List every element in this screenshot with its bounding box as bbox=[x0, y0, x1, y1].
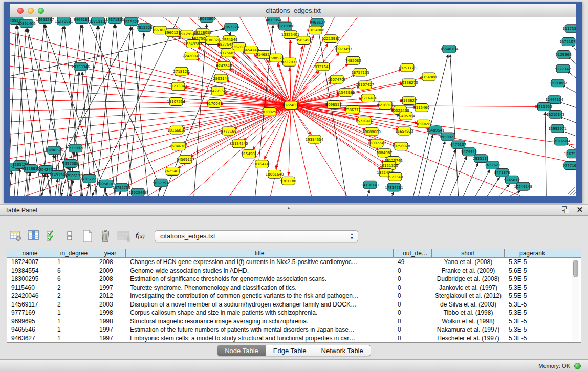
table-row[interactable]: 1938455462009Genome-wide association stu… bbox=[7, 267, 581, 275]
graph-node[interactable]: 18061640 bbox=[266, 170, 284, 178]
select-column-icon[interactable] bbox=[27, 229, 40, 243]
graph-node[interactable]: 8321641 bbox=[315, 62, 331, 71]
graph-node[interactable]: 8958923 bbox=[440, 133, 455, 141]
table-cell[interactable]: Embryonic stem cells: a model to study s… bbox=[126, 334, 394, 343]
graph-node[interactable]: 12093867 bbox=[549, 79, 567, 87]
graph-node[interactable]: 10246148 bbox=[514, 182, 532, 190]
table-row[interactable]: 2242004622012Investigating the contribut… bbox=[7, 292, 581, 300]
graph-node[interactable]: 16033809 bbox=[198, 17, 215, 23]
table-cell[interactable]: 9699695 bbox=[7, 317, 53, 326]
graph-node[interactable]: 9397588 bbox=[62, 160, 78, 168]
graph-node[interactable]: 10336270 bbox=[400, 79, 418, 87]
graph-node[interactable]: 8096557 bbox=[326, 101, 342, 109]
table-cell[interactable]: 1 bbox=[53, 325, 95, 334]
graph-node[interactable]: 12213987 bbox=[322, 35, 340, 43]
graph-node[interactable]: 11675314 bbox=[564, 150, 576, 158]
table-row[interactable]: 911546021997Tourette syndrome. Phenomeno… bbox=[7, 283, 581, 292]
select-rows-icon[interactable] bbox=[45, 229, 58, 243]
table-cell[interactable]: 1 bbox=[53, 309, 95, 317]
graph-node[interactable]: 8215953 bbox=[536, 103, 552, 111]
graph-node[interactable]: 10973493 bbox=[334, 45, 352, 53]
table-cell[interactable]: Dudbridge et al. (2008) bbox=[432, 275, 505, 283]
column-header-in_degree[interactable]: in_degree bbox=[53, 249, 95, 257]
table-cell[interactable]: 19384554 bbox=[7, 267, 53, 275]
graph-node[interactable]: 9857791 bbox=[153, 179, 169, 187]
table-vertical-scrollbar[interactable] bbox=[572, 258, 579, 341]
table-cell[interactable]: 5.3E-5 bbox=[505, 334, 560, 343]
table-cell[interactable]: 18300295 bbox=[7, 275, 53, 283]
table-cell[interactable]: 18724007 bbox=[7, 258, 53, 267]
graph-node[interactable]: 9777169 bbox=[563, 162, 576, 170]
close-panel-icon[interactable]: ✕ bbox=[576, 206, 583, 213]
graph-node[interactable]: 9242848 bbox=[216, 61, 232, 70]
graph-node[interactable]: 7632621 bbox=[485, 161, 500, 169]
table-header-row[interactable]: namein_degreeyeartitleout_de…shortpagera… bbox=[7, 249, 581, 258]
graph-node[interactable]: 15654923 bbox=[395, 127, 413, 135]
graph-node[interactable]: 17957223 bbox=[80, 174, 98, 183]
table-cell[interactable]: 0 bbox=[394, 275, 432, 283]
column-header-short[interactable]: short bbox=[432, 249, 505, 257]
table-cell[interactable]: Jankovic et al. (1997) bbox=[432, 283, 505, 292]
graph-node[interactable]: 6466161 bbox=[74, 17, 90, 24]
table-cell[interactable]: 1997 bbox=[95, 283, 126, 292]
table-cell[interactable]: 1997 bbox=[95, 325, 126, 334]
table-cell[interactable]: 0 bbox=[394, 283, 432, 292]
table-cell[interactable]: Investigating the contribution of common… bbox=[126, 292, 394, 300]
table-cell[interactable]: 6 bbox=[53, 275, 95, 283]
graph-node[interactable]: 16543382 bbox=[184, 40, 202, 48]
citation-network-graph[interactable]: 1405572520891406106532871527002164661611… bbox=[10, 17, 576, 196]
table-cell[interactable]: 5.9E-5 bbox=[505, 275, 560, 283]
node-table[interactable]: namein_degreeyeartitleout_de…shortpagera… bbox=[7, 249, 581, 343]
table-cell[interactable]: 6 bbox=[53, 267, 95, 275]
network-canvas[interactable]: 1405572520891406106532871527002164661611… bbox=[10, 17, 576, 196]
network-window-titlebar[interactable]: citations_edges.txt bbox=[10, 4, 576, 17]
graph-node[interactable]: 16210643 bbox=[546, 110, 564, 118]
graph-node[interactable]: 9699695 bbox=[416, 120, 431, 128]
graph-node[interactable]: 7815526 bbox=[137, 24, 153, 32]
table-cell[interactable]: 5.3E-5 bbox=[505, 283, 560, 292]
table-chooser-combobox[interactable]: citations_edges.txt ▲▼ bbox=[155, 230, 358, 242]
graph-node[interactable]: 2718120 bbox=[173, 67, 189, 75]
table-cell[interactable]: 2012 bbox=[95, 292, 126, 300]
graph-node[interactable]: 8222033 bbox=[281, 58, 297, 66]
table-cell[interactable]: 0 bbox=[394, 317, 432, 326]
graph-node[interactable]: 20206576 bbox=[45, 146, 63, 155]
graph-node[interactable]: 15046786 bbox=[169, 142, 187, 150]
table-row[interactable]: 946554611997Estimation of the future num… bbox=[7, 325, 581, 334]
table-row[interactable]: 946362711997Embryonic stem cells: a mode… bbox=[7, 334, 581, 343]
table-cell[interactable]: 5.6E-5 bbox=[505, 267, 560, 275]
table-cell[interactable]: Tourette syndrome. Phenomenology and cla… bbox=[126, 283, 394, 292]
graph-node[interactable]: 18807249 bbox=[367, 139, 385, 147]
graph-node[interactable]: 7386372 bbox=[345, 106, 361, 114]
table-cell[interactable]: 0 bbox=[394, 267, 432, 275]
graph-node[interactable]: 16782759 bbox=[113, 183, 130, 191]
delete-attributes-icon[interactable] bbox=[99, 229, 112, 243]
graph-node[interactable]: 9154988 bbox=[421, 73, 437, 81]
graph-node[interactable]: 9701180 bbox=[280, 177, 296, 185]
graph-node[interactable]: 16074707 bbox=[328, 75, 346, 83]
graph-node[interactable]: 15751074 bbox=[559, 38, 576, 46]
table-row[interactable]: 1830029562008Estimation of significance … bbox=[7, 275, 581, 283]
table-cell[interactable]: 1 bbox=[53, 334, 95, 343]
table-cell[interactable]: Yano et al. (2008) bbox=[432, 258, 505, 267]
table-cell[interactable]: 2 bbox=[53, 300, 95, 309]
table-cell[interactable]: Wolkin et al. (1998) bbox=[432, 317, 505, 326]
graph-node[interactable]: 20891406 bbox=[17, 19, 35, 28]
graph-node[interactable]: 15720407 bbox=[355, 117, 373, 125]
graph-node[interactable]: 9115460 bbox=[413, 104, 429, 112]
table-row[interactable]: 1872400712008Changes of HCN gene express… bbox=[7, 258, 581, 267]
table-cell[interactable]: Hescheler et al. (1997) bbox=[432, 334, 505, 343]
table-cell[interactable]: 0 bbox=[394, 300, 432, 309]
tab-edge-table[interactable]: Edge Table bbox=[266, 345, 314, 356]
table-row[interactable]: 977716911998Corpus callosum shape and si… bbox=[7, 309, 581, 317]
tab-network-table[interactable]: Network Table bbox=[314, 345, 371, 356]
table-cell[interactable]: Nakamura et al. (1997) bbox=[432, 325, 505, 334]
table-cell[interactable]: 0 bbox=[394, 292, 432, 300]
table-cell[interactable]: 2008 bbox=[95, 258, 126, 267]
table-cell[interactable]: de Silva et al. (2003) bbox=[432, 300, 505, 309]
table-cell[interactable]: 9465546 bbox=[7, 325, 53, 334]
graph-node[interactable]: 17016504 bbox=[552, 137, 570, 145]
graph-node[interactable]: 2522540 bbox=[387, 172, 403, 181]
window-resize-grip[interactable] bbox=[568, 187, 576, 195]
graph-node[interactable]: 17334261 bbox=[385, 183, 403, 191]
